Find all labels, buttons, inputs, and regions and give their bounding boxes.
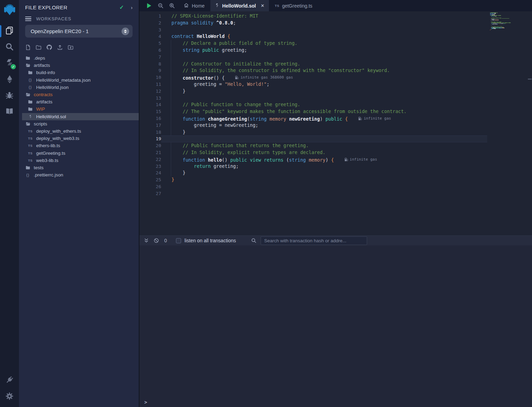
- code-line-25[interactable]: 25}: [139, 176, 487, 183]
- code-line-7[interactable]: 7: [139, 54, 487, 61]
- tree-item-artifacts[interactable]: artifacts: [19, 98, 139, 105]
- tree-item-deploy-with-ethers-ts[interactable]: TSdeploy_with_ethers.ts: [19, 128, 139, 135]
- upload-file-icon[interactable]: [57, 44, 63, 50]
- code-content: string public greeting;: [161, 47, 487, 54]
- sidebar-item-search[interactable]: [0, 39, 19, 55]
- tree-item-artifacts[interactable]: artifacts: [19, 62, 139, 69]
- tree-item-getgreeting-ts[interactable]: TSgetGreeting.ts: [19, 149, 139, 156]
- code-line-27[interactable]: 27: [139, 190, 487, 197]
- sidebar-item-deploy-and-run[interactable]: [0, 72, 19, 88]
- chevron-right-icon[interactable]: ›: [131, 4, 133, 10]
- sidebar-item-settings[interactable]: [0, 389, 19, 405]
- tree-item-build-info[interactable]: build-info: [19, 69, 139, 76]
- new-file-icon[interactable]: [25, 44, 31, 50]
- code-line-10[interactable]: 10 constructor() {infinite gas 368600 ga…: [139, 74, 487, 81]
- code-line-1[interactable]: 1// SPDX-License-Identifier: MIT: [139, 13, 487, 20]
- sidebar-item-learneth[interactable]: [0, 104, 19, 120]
- tree-item-label: HelloWorld_metadata.json: [36, 78, 91, 83]
- line-number: 11: [139, 81, 161, 88]
- tree-item-label: getGreeting.ts: [36, 151, 65, 156]
- code-line-20[interactable]: 20 // Public function that returns the g…: [139, 142, 487, 149]
- tree-item-deploy-with-web3-ts[interactable]: TSdeploy_with_web3.ts: [19, 135, 139, 142]
- code-line-13[interactable]: 13: [139, 95, 487, 102]
- code-line-9[interactable]: 9 // In Solidity, the constructor is def…: [139, 67, 487, 74]
- tree-item--prettierrc-json[interactable]: {}.prettierrc.json: [19, 171, 139, 179]
- sidebar-item-file-explorer[interactable]: [0, 23, 19, 39]
- listen-transactions-checkbox[interactable]: [176, 238, 181, 243]
- code-line-17[interactable]: 17 greeting = newGreeting;: [139, 122, 487, 129]
- folder-closed-icon: [25, 56, 31, 60]
- collapse-terminal-icon[interactable]: [144, 238, 149, 243]
- code-line-4[interactable]: 4contract HelloWorld {: [139, 33, 487, 40]
- sidebar-item-debugger[interactable]: [0, 88, 19, 104]
- json-icon: {}: [28, 85, 33, 89]
- sidebar-item-solidity-compiler[interactable]: ✓: [0, 55, 19, 72]
- code-line-19[interactable]: 19: [139, 135, 487, 142]
- tree-item-helloworld-json[interactable]: {}HelloWorld.json: [19, 84, 139, 91]
- scrollbar-marker[interactable]: [528, 79, 532, 80]
- tree-item--deps[interactable]: .deps: [19, 54, 139, 62]
- tree-item-label: deploy_with_web3.ts: [36, 136, 79, 141]
- code-line-8[interactable]: 8 // Constructor to initialize the greet…: [139, 61, 487, 68]
- clear-console-icon[interactable]: [154, 238, 159, 243]
- tree-item-helloworld-metadata-json[interactable]: {}HelloWorld_metadata.json: [19, 77, 139, 84]
- code-line-12[interactable]: 12 }: [139, 88, 487, 95]
- new-folder-icon[interactable]: [35, 44, 42, 50]
- workspace-select-arrows-icon: [122, 28, 129, 35]
- tree-item-contracts[interactable]: contracts: [19, 91, 139, 98]
- tab-home[interactable]: Home: [179, 0, 209, 11]
- code-line-11[interactable]: 11 greeting = "Hello, World!";: [139, 81, 487, 88]
- tree-item-tests[interactable]: tests: [19, 164, 139, 171]
- code-line-14[interactable]: 14 // Public function to change the gree…: [139, 101, 487, 108]
- code-line-2[interactable]: 2pragma solidity ^0.8.0;: [139, 20, 487, 27]
- code-content: greeting = newGreeting;: [161, 122, 487, 129]
- terminal-search-input[interactable]: [261, 236, 367, 245]
- tree-item-web3-lib-ts[interactable]: TSweb3-lib.ts: [19, 157, 139, 164]
- code-line-16[interactable]: 16 function changeGreeting(string memory…: [139, 115, 487, 122]
- zoom-out-icon[interactable]: [158, 3, 164, 9]
- line-number: 24: [139, 170, 161, 176]
- code-editor[interactable]: 1// SPDX-License-Identifier: MIT2pragma …: [139, 11, 532, 235]
- code-line-21[interactable]: 21 // In Solidity, explicit return types…: [139, 149, 487, 156]
- code-line-22[interactable]: 22 function hello() public view returns …: [139, 156, 487, 163]
- github-icon[interactable]: [46, 44, 52, 50]
- tree-item-label: contracts: [34, 92, 53, 97]
- tab-getgreeting-ts[interactable]: TS getGreeting.ts: [270, 0, 317, 11]
- line-number: 18: [139, 129, 161, 136]
- tree-item-label: tests: [34, 165, 44, 170]
- tab-label: getGreeting.ts: [282, 3, 312, 9]
- code-line-26[interactable]: 26: [139, 183, 487, 190]
- remix-logo-icon[interactable]: [2, 2, 18, 18]
- file-actions-toolbar: [19, 44, 139, 50]
- tree-item-wip[interactable]: WIP: [19, 105, 139, 113]
- folder-closed-icon: [28, 70, 33, 75]
- search-icon: [5, 42, 14, 52]
- upload-folder-icon[interactable]: [67, 44, 74, 50]
- terminal-output[interactable]: >: [139, 245, 532, 407]
- tree-item-label: .deps: [34, 55, 45, 61]
- solidity-file-icon: [215, 3, 219, 9]
- workspaces-menu-icon[interactable]: [25, 17, 31, 21]
- code-line-5[interactable]: 5 // Declare a public field of type stri…: [139, 40, 487, 47]
- check-icon[interactable]: ✓: [119, 4, 124, 11]
- workspace-select[interactable]: OpenZeppelin ERC20 - 1: [25, 25, 133, 38]
- code-line-15[interactable]: 15 // The "public" keyword makes the fun…: [139, 108, 487, 115]
- sidebar-item-plugin-manager[interactable]: [0, 373, 19, 389]
- code-line-6[interactable]: 6 string public greeting;: [139, 47, 487, 54]
- remix-ide-app: ✓: [0, 0, 532, 407]
- code-line-3[interactable]: 3: [139, 27, 487, 33]
- code-line-23[interactable]: 23 return greeting;: [139, 163, 487, 170]
- minimap[interactable]: [489, 11, 527, 235]
- tab-label: HelloWorld.sol: [222, 3, 256, 9]
- code-line-24[interactable]: 24 }: [139, 170, 487, 176]
- tree-item-ethers-lib-ts[interactable]: TSethers-lib.ts: [19, 142, 139, 149]
- tree-item-helloworld-sol[interactable]: HelloWorld.sol: [22, 113, 139, 120]
- tab-helloworld-sol[interactable]: HelloWorld.sol ✕: [210, 0, 269, 11]
- code-content: // Constructor to initialize the greetin…: [161, 61, 487, 68]
- code-line-18[interactable]: 18 }: [139, 129, 487, 136]
- zoom-in-icon[interactable]: [169, 3, 175, 9]
- run-script-button[interactable]: [146, 2, 152, 9]
- line-number: 7: [139, 54, 161, 61]
- tree-item-scripts[interactable]: scripts: [19, 120, 139, 128]
- close-tab-icon[interactable]: ✕: [261, 3, 264, 8]
